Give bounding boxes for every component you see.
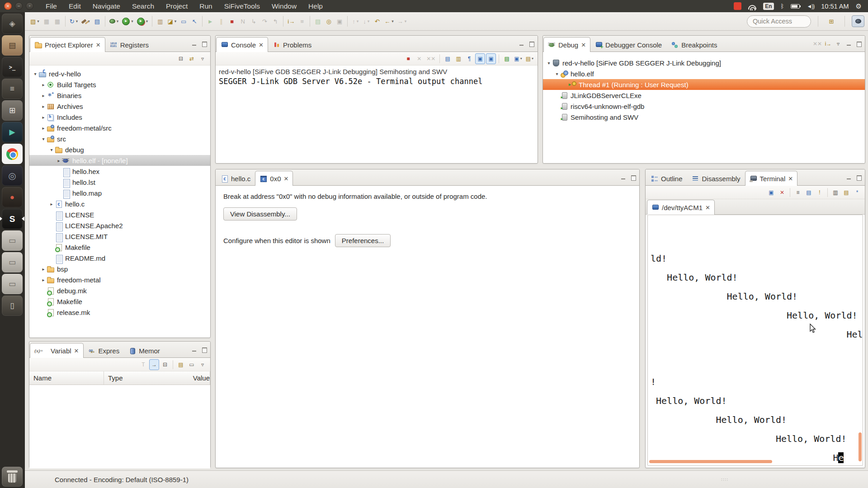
tree-row[interactable]: README.md	[29, 253, 210, 263]
freedom-studio[interactable]: S	[2, 209, 23, 229]
session-gear-icon[interactable]: ⚙	[856, 2, 862, 10]
save-all[interactable]: ▦	[52, 15, 63, 27]
remove-all-terminated[interactable]: ✕✕	[811, 38, 823, 49]
sep-1[interactable]	[439, 54, 440, 63]
erase-flash[interactable]: ◪	[165, 15, 178, 27]
maximize-view-icon[interactable]	[629, 174, 637, 181]
new-watch-expression[interactable]: ▤	[176, 359, 186, 370]
minimize-view-icon[interactable]	[190, 346, 198, 353]
maximize-view-icon[interactable]	[855, 40, 863, 47]
open-perspective-button[interactable]: ⊞	[825, 15, 838, 27]
disconnect[interactable]: N	[237, 15, 248, 27]
tab-close-icon[interactable]	[788, 176, 793, 182]
clock[interactable]: 10:51 AM	[821, 3, 849, 10]
sep-1[interactable]	[790, 188, 790, 197]
tab[interactable]: Problems	[268, 38, 316, 52]
copy[interactable]: ▥	[830, 187, 840, 198]
sep-7[interactable]	[347, 16, 348, 27]
step-return[interactable]: ↰	[270, 15, 281, 27]
table-column-header[interactable]: Value	[189, 371, 210, 385]
forward[interactable]: →	[396, 15, 409, 27]
close-window-icon[interactable]: ✕	[4, 2, 12, 10]
tab[interactable]: Expres	[84, 343, 124, 357]
tab-close-icon[interactable]	[284, 176, 289, 182]
mark-occurrences[interactable]: ▣	[334, 15, 345, 27]
maximize-view-icon[interactable]	[200, 346, 208, 353]
show-console-stdout[interactable]: ▣	[475, 53, 485, 64]
tree-twisty-icon[interactable]: ▸	[56, 158, 62, 163]
tree-row[interactable]: JLinkGDBServerCLExe	[543, 90, 865, 101]
tab[interactable]: Outline	[646, 171, 687, 185]
battery-icon[interactable]	[791, 4, 800, 9]
terminal-app[interactable]: >_	[2, 57, 23, 77]
tree-twisty-icon[interactable]: ▾	[48, 147, 55, 152]
sep-4[interactable]	[202, 16, 203, 27]
tree-row[interactable]: Makefile	[29, 296, 210, 307]
maximize-view-icon[interactable]	[528, 40, 536, 47]
calculator[interactable]: ⊞	[2, 100, 23, 121]
tree-row[interactable]: Semihosting and SWV	[543, 112, 865, 122]
run[interactable]: ►	[120, 15, 135, 27]
tree-row[interactable]: ▸ hello.c	[29, 198, 210, 209]
suspend[interactable]: ∥	[216, 15, 226, 27]
tree-twisty-icon[interactable]: ▸	[48, 202, 55, 206]
next-annotation[interactable]: ↓	[361, 15, 372, 27]
menu-item[interactable]: Help	[303, 1, 328, 12]
sep-3[interactable]	[152, 16, 152, 27]
tree-twisty-icon[interactable]: ▾	[554, 71, 560, 76]
tree-twisty-icon[interactable]: ▸	[40, 93, 47, 98]
tree-row[interactable]: Makefile	[29, 242, 210, 253]
minimize-window-icon[interactable]: –	[15, 2, 23, 10]
media-app[interactable]: ▶	[2, 122, 23, 142]
show-logical-structures[interactable]: →	[149, 359, 159, 370]
save[interactable]: ▦	[41, 15, 52, 27]
tree-row[interactable]: ▸ freedom-metal/src	[29, 122, 210, 133]
instruction-stepping[interactable]: i→	[286, 15, 297, 27]
toggle-autoconnect[interactable]: !	[815, 187, 825, 198]
tab[interactable]: Disassembly	[687, 171, 745, 185]
tree-row[interactable]: ▸ bsp	[29, 263, 210, 274]
minimize-view-icon[interactable]	[845, 40, 853, 47]
previous-annotation[interactable]: ↑	[350, 15, 361, 27]
back[interactable]: ←	[382, 15, 396, 27]
terminal-settings[interactable]: *	[852, 187, 862, 198]
tab[interactable]: Terminal	[745, 171, 798, 186]
trash-icon[interactable]	[2, 467, 23, 487]
preferences-button[interactable]: Preferences...	[335, 234, 391, 247]
scroll-lock[interactable]: ≡	[793, 187, 803, 198]
sep-2[interactable]	[105, 16, 105, 27]
tty-tab[interactable]: /dev/ttyACM1	[647, 200, 715, 215]
table-column-header[interactable]: Name	[29, 371, 104, 385]
menu-item[interactable]: Run	[194, 1, 217, 12]
table-column-header[interactable]: Type	[104, 371, 189, 385]
tree-row[interactable]: ▸ Includes	[29, 112, 210, 122]
last-edit-location[interactable]: ↶	[372, 15, 382, 27]
menu-item[interactable]: Edit	[64, 1, 86, 12]
run-last-tool[interactable]: ►	[135, 15, 150, 27]
tab[interactable]: Debug	[543, 37, 590, 52]
editor-tab[interactable]: hello.c	[216, 171, 255, 185]
resume[interactable]: ►	[205, 15, 216, 27]
tree-row[interactable]: hello.lst	[29, 177, 210, 188]
clear-terminal[interactable]: ▤	[804, 187, 814, 198]
tab[interactable]: Breakpoints	[666, 38, 722, 52]
debug[interactable]	[108, 15, 121, 27]
tab[interactable]: Registers	[105, 38, 153, 52]
tab[interactable]: Project Explorer	[30, 37, 105, 52]
select-tool[interactable]: ↖	[189, 15, 200, 27]
tree-row[interactable]: ▾ src	[29, 133, 210, 144]
tab-close-icon[interactable]	[259, 42, 264, 48]
maximize-window-icon[interactable]: ▫	[26, 2, 33, 10]
clear-console[interactable]: ▤	[443, 53, 453, 64]
paste[interactable]: ▤	[841, 187, 851, 198]
tab[interactable]: Console	[216, 37, 268, 52]
show-type-names[interactable]: T	[138, 359, 148, 370]
tree-row[interactable]: Thread #1 (Running : User Request)	[543, 79, 865, 90]
show-console-stderr[interactable]: ▣	[486, 53, 496, 64]
tree-row[interactable]: release.mk	[29, 307, 210, 318]
tree-row[interactable]: ▾ debug	[29, 144, 210, 155]
scroll-lock[interactable]: ▥	[453, 53, 463, 64]
new-build-target[interactable]: ▤	[92, 15, 103, 27]
tree-row[interactable]: ▸ Build Targets	[29, 79, 210, 90]
instruction-stepping-mode[interactable]: i→	[823, 38, 833, 49]
